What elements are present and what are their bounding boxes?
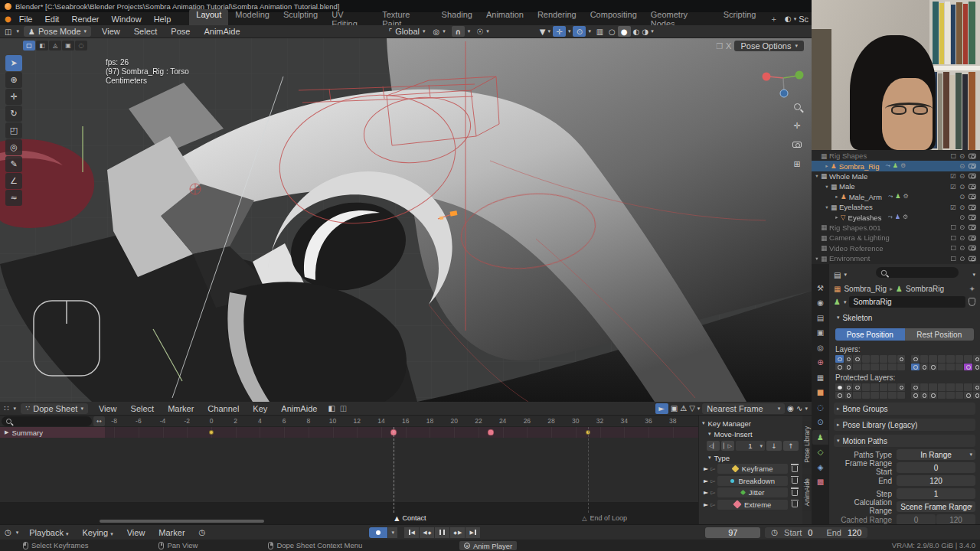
move-tool-icon[interactable]: ✛ xyxy=(5,89,22,105)
proportional-edit-icon[interactable]: ☉ xyxy=(476,28,483,36)
shading-rendered-icon[interactable]: ◑ xyxy=(642,28,648,36)
key-type-button[interactable]: Extreme xyxy=(717,500,788,510)
protected-layer-cell[interactable] xyxy=(844,383,853,391)
dope-menu-select[interactable]: Select xyxy=(125,403,161,414)
select-extend-icon[interactable]: ◌ xyxy=(75,41,87,51)
hide-eye-icon[interactable]: ⊙ xyxy=(959,172,965,180)
skeleton-section-header[interactable]: ▾ Skeleton xyxy=(834,311,975,324)
properties-search-input[interactable] xyxy=(876,267,959,278)
protected-layer-cell[interactable] xyxy=(835,383,844,391)
insert-key-up-button[interactable]: ↑ xyxy=(783,441,799,451)
pivot-point-icon[interactable]: ◎ xyxy=(433,28,440,36)
protected-layer-cell[interactable] xyxy=(946,383,955,391)
motion-paths-section[interactable]: ▾ Motion Paths xyxy=(834,435,975,447)
delete-keys-icon[interactable] xyxy=(792,478,798,484)
move-left-key-button[interactable]: ◁▏ xyxy=(707,441,720,451)
select-tweak-icon[interactable]: ▢ xyxy=(23,41,35,51)
dope-menu-marker[interactable]: Marker xyxy=(162,403,200,414)
layer-cell[interactable] xyxy=(835,364,844,371)
disable-render-camera-icon[interactable] xyxy=(969,153,976,158)
layer-cell[interactable] xyxy=(897,355,906,363)
auto-keying-chevron[interactable]: ▾ xyxy=(388,527,397,538)
disable-render-camera-icon[interactable] xyxy=(969,184,976,189)
layer-cell[interactable] xyxy=(973,364,980,371)
disable-render-camera-icon[interactable] xyxy=(969,194,976,199)
paths-type-dropdown[interactable]: In Range▾ xyxy=(897,449,975,460)
select-keys-cursor-icon[interactable]: ► xyxy=(704,489,708,496)
deselect-keys-cursor-icon[interactable]: ▻ xyxy=(710,465,715,472)
sidebar-tab-pose-library[interactable]: Pose Library xyxy=(802,422,812,468)
expand-icon[interactable]: ▸ xyxy=(823,163,831,169)
delete-keys-icon[interactable] xyxy=(792,490,798,496)
scale-tool-icon[interactable]: ◰ xyxy=(5,122,22,139)
outliner-row-video-reference[interactable]: ▦Video Reference☐⊙ xyxy=(812,243,980,253)
menu-edit[interactable]: Edit xyxy=(38,14,65,24)
playback-sync-clock-icon[interactable]: ◷ xyxy=(199,528,206,536)
outliner-row-environment[interactable]: ▾▦Environment☐⊙ xyxy=(812,253,980,263)
outliner-row-male[interactable]: ▾▦Male☑⊙ xyxy=(812,181,980,191)
exclude-checkbox[interactable]: ☐ xyxy=(950,152,956,160)
protected-layer-cell[interactable] xyxy=(964,383,972,391)
transform-tool-icon[interactable]: ◎ xyxy=(5,139,22,155)
properties-tab-texture[interactable]: ▩ xyxy=(812,475,828,490)
pose-breakdowner-tool-icon[interactable]: ≈ xyxy=(5,190,22,206)
protected-layer-cell[interactable] xyxy=(929,392,937,399)
show-overlays-filter-icon[interactable]: ▼ xyxy=(540,28,546,36)
xray-toggle-icon[interactable]: ▥ xyxy=(593,26,606,37)
dope-editor-type-icon[interactable]: ∷ xyxy=(4,404,8,412)
show-gizmo-icon[interactable]: ✛ xyxy=(553,26,566,37)
hide-eye-icon[interactable]: ⊙ xyxy=(959,152,965,160)
properties-tab-constraints[interactable]: ⊙ xyxy=(812,416,828,430)
rest-position-button[interactable]: Rest Position xyxy=(905,328,975,341)
only-errors-icon[interactable]: ⚠ xyxy=(680,404,687,412)
hide-eye-icon[interactable]: ⊙ xyxy=(959,244,965,252)
snap-magnet-icon[interactable]: ∩ xyxy=(452,26,465,37)
delete-keys-icon[interactable] xyxy=(792,501,798,507)
channel-area[interactable] xyxy=(0,438,698,502)
layer-cell[interactable] xyxy=(888,364,897,371)
layer-cell[interactable] xyxy=(911,355,920,363)
expand-icon[interactable]: ▾ xyxy=(813,256,821,262)
orientation-chevron-icon[interactable]: ▾ xyxy=(423,28,426,34)
properties-tab-scene[interactable]: ◎ xyxy=(812,341,828,355)
expand-icon[interactable]: ▸ xyxy=(833,194,841,200)
playback-menu-playback[interactable]: Playback ▾ xyxy=(23,527,74,538)
measure-tool-icon[interactable]: ∠ xyxy=(5,173,22,189)
protected-layer-cell[interactable] xyxy=(835,392,844,399)
hide-eye-icon[interactable]: ⊙ xyxy=(959,204,965,211)
protected-layer-cell[interactable] xyxy=(920,383,929,391)
outliner-row-male-arm[interactable]: ▸♟Male_Arm⤳♟⚙⊙ xyxy=(812,192,980,202)
properties-tab-physics[interactable]: ◌ xyxy=(812,400,828,415)
pose-position-button[interactable]: Pose Position xyxy=(835,328,905,341)
exclude-checkbox[interactable]: ☑ xyxy=(950,183,956,191)
select-keys-cursor-icon[interactable]: ► xyxy=(704,478,708,484)
hide-eye-icon[interactable]: ⊙ xyxy=(959,234,965,242)
layer-cell[interactable] xyxy=(938,364,946,371)
protected-layer-cell[interactable] xyxy=(920,392,929,399)
menu-file[interactable]: File xyxy=(13,14,39,24)
keyframe-extreme-frame-23[interactable] xyxy=(487,429,494,436)
close-player-icon[interactable]: ✕ xyxy=(464,543,470,549)
disable-render-camera-icon[interactable] xyxy=(969,164,976,168)
protected-layer-cell[interactable] xyxy=(938,392,946,399)
hide-eye-icon[interactable]: ⊙ xyxy=(959,162,965,170)
outliner-row-camera-lighting[interactable]: ▦Camera & Lighting☐⊙ xyxy=(812,233,980,243)
key-type-button[interactable]: Jitter xyxy=(717,487,788,497)
pin-icon[interactable]: ✦ xyxy=(969,285,975,293)
only-selected-icon[interactable]: ► xyxy=(655,403,668,414)
protected-layer-cell[interactable] xyxy=(880,383,888,391)
protected-layer-cell[interactable] xyxy=(946,392,955,399)
deselect-keys-cursor-icon[interactable]: ▻ xyxy=(710,489,715,496)
layer-cell[interactable] xyxy=(897,364,906,371)
layer-cell[interactable] xyxy=(853,364,861,371)
expand-icon[interactable]: ▸ xyxy=(833,214,841,220)
layer-cell[interactable] xyxy=(888,355,897,363)
protected-layer-cell[interactable] xyxy=(973,392,980,399)
menu-help[interactable]: Help xyxy=(148,14,178,24)
outliner-row-eyelashes[interactable]: ▸▽Eyelashes⤳♟⚙⊙ xyxy=(812,212,980,222)
filter-icon[interactable]: ▽ xyxy=(689,404,695,412)
move-insert-header[interactable]: ▾ Move-Insert xyxy=(708,429,799,439)
horizontal-scrollbar[interactable] xyxy=(100,520,264,523)
fake-user-shield-icon[interactable] xyxy=(969,298,975,306)
properties-tab-object[interactable]: ■ xyxy=(812,386,828,400)
